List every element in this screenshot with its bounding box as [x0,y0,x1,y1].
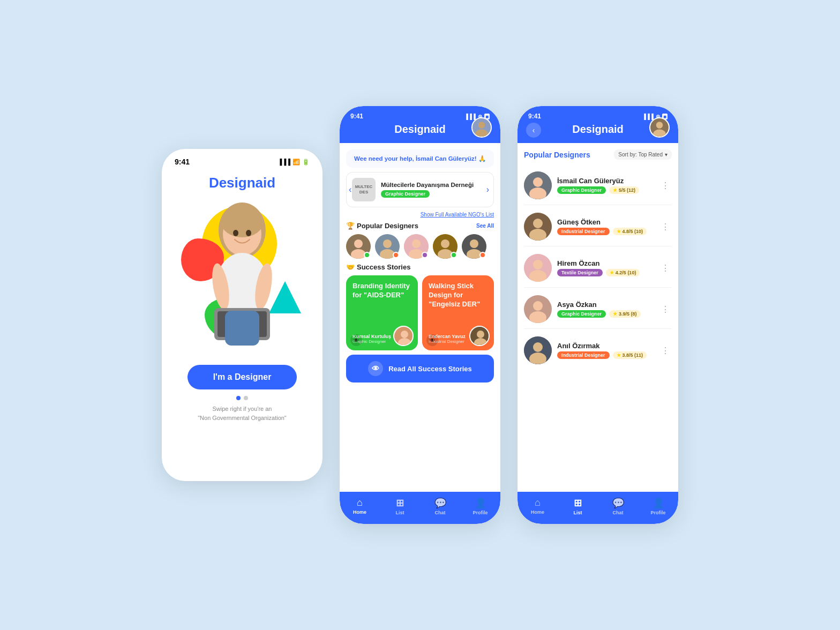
more-menu-5[interactable]: ⋮ [659,346,672,356]
nav-list-3[interactable]: ⊞ List [565,497,591,515]
rating-value-1: 5/5 (12) [619,188,635,193]
ngo-name: Mültecilerle Dayanışma Derneği [381,182,474,188]
app-logo-2: Designaid [394,123,446,136]
status-online-3 [422,252,428,258]
more-menu-4[interactable]: ⋮ [659,304,672,314]
designer-name-4: Asya Özkan [557,301,654,309]
wifi-icon: 📶 [292,159,300,166]
more-menu-2[interactable]: ⋮ [659,222,672,232]
popular-icon: 🏆 [346,222,355,230]
story-card-1[interactable]: Branding Identity for "AIDS-DER" Kumsal … [346,275,418,350]
ngo-card[interactable]: ‹ MULTECDES Mültecilerle Dayanışma Derne… [346,172,494,207]
list-icon-3: ⊞ [574,497,582,509]
ngo-next-arrow[interactable]: › [486,185,489,194]
designer-row-3[interactable]: Hirem Özcan Textile Designer ★ 4.2/5 (10… [524,249,672,288]
svg-point-46 [533,260,543,269]
user-avatar-3[interactable] [649,117,670,138]
popular-title-3: Popular Designers [524,151,590,159]
home-icon-3: ⌂ [535,497,541,508]
phone3-body: Popular Designers Sort by: Top Rated ▾ İ… [518,143,678,492]
swipe-hint: Swipe right if you're an"Non Governmenta… [187,404,297,422]
rating-value-3: 4.2/5 (10) [616,270,636,275]
nav-home-label-2: Home [353,509,366,515]
sort-dropdown[interactable]: Sort by: Top Rated ▾ [614,149,672,160]
nav-list-label-2: List [395,510,404,515]
svg-point-25 [441,239,449,248]
svg-point-11 [246,230,251,236]
designer-tag-1: Graphic Designer [557,186,606,194]
designer-cta-button[interactable]: I'm a Designer [188,365,297,389]
nav-list-2[interactable]: ⊞ List [387,497,414,515]
designer-tags-2: Industrial Designer ★ 4.8/5 (10) [557,228,654,235]
app-logo-3: Designaid [572,123,624,136]
designer-avatar-2[interactable] [375,234,400,259]
ngo-prev-arrow[interactable]: ‹ [349,185,351,194]
designer-name-2: Güneş Ötken [557,218,654,226]
phone3-header: 9:41 ▐▐▐ ⊜ ■ ‹ Designaid [518,106,678,143]
user-avatar-2[interactable] [471,117,492,138]
status-bar-1: 9:41 ▐▐▐ 📶 🔋 [162,149,322,170]
chevron-down-icon: ▾ [665,152,668,158]
star-icon-2: ★ [617,229,621,234]
nav-chat-label-2: Chat [435,510,446,515]
nav-home-3[interactable]: ⌂ Home [524,497,551,515]
story-card-2[interactable]: Walking Stick Design for "Engelsiz DER" … [422,275,494,350]
sort-label: Sort by: Top Rated [618,152,663,158]
read-all-icon: 👁 [368,361,383,376]
designer-tags-3: Textile Designer ★ 4.2/5 (10) [557,269,654,276]
status-online-1 [364,252,370,258]
svg-point-16 [354,239,363,248]
list-icon-2: ⊞ [396,497,404,509]
pagination-dots [236,396,248,400]
rating-3: ★ 4.2/5 (10) [606,269,640,276]
designer-info-4: Asya Özkan Graphic Designer ★ 3.9/5 (8) [557,301,654,318]
nav-home-2[interactable]: ⌂ Home [347,497,373,515]
see-all-link[interactable]: See All [476,223,494,229]
more-menu-1[interactable]: ⋮ [659,181,672,191]
more-menu-3[interactable]: ⋮ [659,263,672,273]
nav-profile-3[interactable]: 👤 Profile [645,497,672,515]
designer-avatar-4[interactable] [433,234,458,259]
svg-point-49 [533,301,543,311]
designer-row-2[interactable]: Güneş Ötken Industrial Designer ★ 4.8/5 … [524,207,672,246]
designer-info-3: Hirem Özcan Textile Designer ★ 4.2/5 (10… [557,259,654,276]
nav-profile-label-3: Profile [650,510,665,515]
designer-row-1[interactable]: İsmail Can Güleryüz Graphic Designer ★ 5… [524,166,672,205]
svg-point-43 [533,219,543,228]
illustration [162,196,322,356]
read-all-label: Read All Success Stories [388,365,472,373]
story2-avatar [469,326,490,346]
designer-tags-1: Graphic Designer ★ 5/5 (12) [557,186,654,194]
bottom-nav-3: ⌂ Home ⊞ List 💬 Chat 👤 Profile [518,492,678,524]
designer-name-1: İsmail Can Güleryüz [557,177,654,185]
rating-4: ★ 3.9/5 (8) [609,310,641,318]
back-button[interactable]: ‹ [526,123,541,138]
designer-avatar-3[interactable] [404,234,429,259]
time-3: 9:41 [528,112,541,120]
designer-avatar-lg-3 [524,254,552,282]
designer-avatar-1[interactable] [346,234,371,259]
nav-profile-2[interactable]: 👤 Profile [467,497,494,515]
status-online-4 [451,252,457,258]
svg-point-19 [383,239,392,248]
phone2-header: 9:41 ▐▐▐ ⊜ ■ Designaid [340,106,500,143]
story2-title: Walking Stick Design for "Engelsiz DER" [429,282,488,332]
battery-icon: 🔋 [302,159,310,166]
star-icon-5: ★ [617,352,621,358]
time-1: 9:41 [175,158,190,166]
nav-chat-2[interactable]: 💬 Chat [427,497,454,515]
star-icon-1: ★ [613,188,617,193]
ngo-tag: Graphic Designer [381,190,430,198]
svg-point-37 [656,122,663,129]
designer-row-4[interactable]: Asya Özkan Graphic Designer ★ 3.9/5 (8) … [524,290,672,329]
svg-point-2 [221,205,264,237]
star-icon-4: ★ [613,311,617,317]
designer-row-5[interactable]: Anıl Özırmak Industrial Designer ★ 3.8/5… [524,331,672,370]
show-full-link[interactable]: Show Full Available NGO's List [346,212,494,218]
designer-avatar-5[interactable] [462,234,486,259]
status-online-2 [393,252,399,258]
phone2-body: Wee need your help, İsmail Can Güleryüz!… [340,143,500,492]
nav-chat-3[interactable]: 💬 Chat [605,497,632,515]
popular-header: Popular Designers Sort by: Top Rated ▾ [524,149,672,160]
read-all-button[interactable]: 👁 Read All Success Stories [346,355,494,382]
